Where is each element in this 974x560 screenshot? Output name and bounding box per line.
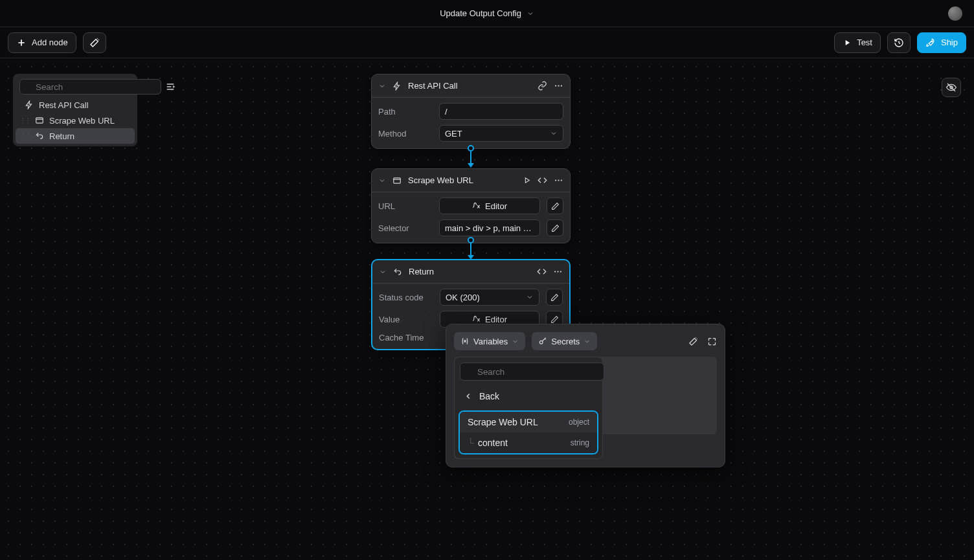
code-icon[interactable] <box>538 175 547 185</box>
svg-point-0 <box>931 41 932 41</box>
chevron-down-icon[interactable] <box>378 82 386 90</box>
magic-wand-button[interactable] <box>83 32 106 53</box>
add-node-button[interactable]: Add node <box>8 32 76 53</box>
chevron-down-icon[interactable] <box>378 177 386 185</box>
canvas[interactable]: Rest API Call ⋮⋮ Scrape Web URL ⋮⋮ Retur… <box>0 58 974 560</box>
svg-rect-2 <box>36 118 43 123</box>
pencil-icon <box>551 202 560 210</box>
chevron-down-icon <box>526 293 534 301</box>
variables-back-button[interactable]: Back <box>455 386 602 407</box>
outline-item-return[interactable]: ⋮⋮ Return <box>16 128 135 144</box>
history-button[interactable] <box>887 32 911 53</box>
variables-search-input[interactable] <box>460 363 604 381</box>
chevron-down-icon[interactable] <box>379 268 387 276</box>
svg-point-14 <box>540 341 543 344</box>
svg-point-12 <box>560 271 561 272</box>
node-header[interactable]: Rest API Call <box>372 74 570 98</box>
more-icon[interactable] <box>553 267 563 276</box>
pencil-icon <box>550 315 559 324</box>
variables-list-panel: Back Scrape Web URL object └ content str… <box>454 357 603 459</box>
edit-status-button[interactable] <box>546 289 563 306</box>
field-label-value: Value <box>379 315 433 324</box>
ship-button[interactable]: Ship <box>917 32 966 53</box>
outline-item-scrape[interactable]: ⋮⋮ Scrape Web URL <box>16 113 135 128</box>
field-label-url: URL <box>378 201 433 211</box>
variable-group-selected: Scrape Web URL object └ content string <box>459 410 598 454</box>
node-rest-api-call[interactable]: Rest API Call Path / Method GET <box>371 74 571 149</box>
outline-item-rest-api[interactable]: Rest API Call <box>16 97 135 113</box>
status-select[interactable]: OK (200) <box>440 289 539 306</box>
return-icon <box>35 131 44 140</box>
method-select[interactable]: GET <box>439 125 563 142</box>
connector <box>468 237 474 260</box>
toolbar: Add node Test Ship <box>0 27 974 58</box>
more-icon[interactable] <box>554 81 563 91</box>
more-icon[interactable] <box>554 175 563 185</box>
url-editor-button[interactable]: Editor <box>439 197 540 214</box>
plus-icon <box>16 38 27 48</box>
drag-handle-icon: ⋮⋮ <box>19 117 30 124</box>
connector <box>468 145 474 168</box>
page-title: Update Output Config <box>440 8 521 18</box>
edit-selector-button[interactable] <box>547 219 563 236</box>
node-scrape-web-url[interactable]: Scrape Web URL URL Editor Selector main … <box>371 168 571 243</box>
history-icon <box>894 38 904 48</box>
field-label-method: Method <box>378 129 433 139</box>
page-title-dropdown[interactable]: Update Output Config <box>440 8 534 18</box>
eye-off-icon <box>946 82 957 93</box>
rocket-icon <box>925 38 936 48</box>
svg-point-3 <box>555 85 556 86</box>
fx-icon <box>472 201 481 210</box>
svg-point-5 <box>561 85 562 86</box>
topbar: Update Output Config <box>0 0 974 27</box>
browser-icon <box>35 116 44 125</box>
selector-input[interactable]: main > div > p, main > … <box>439 219 540 236</box>
bolt-icon <box>25 100 34 109</box>
field-label-path: Path <box>378 107 433 117</box>
chevron-down-icon <box>512 338 519 345</box>
node-title: Rest API Call <box>408 81 458 91</box>
avatar[interactable] <box>948 6 962 21</box>
variables-dropdown[interactable]: Variables <box>454 332 525 350</box>
variable-group-row[interactable]: Scrape Web URL object <box>460 412 597 432</box>
chevron-down-icon <box>527 10 534 17</box>
play-icon[interactable] <box>523 176 531 185</box>
return-icon <box>393 267 402 276</box>
expand-icon[interactable] <box>707 337 717 346</box>
svg-point-10 <box>554 271 556 272</box>
play-icon <box>843 38 852 47</box>
variable-child-row[interactable]: └ content string <box>460 432 597 453</box>
variable-icon <box>460 337 470 346</box>
pencil-icon <box>551 224 560 232</box>
outline-panel: Rest API Call ⋮⋮ Scrape Web URL ⋮⋮ Retur… <box>13 74 137 146</box>
collapse-panel-button[interactable] <box>165 80 176 93</box>
chevron-down-icon <box>550 129 558 137</box>
outline-search-input[interactable] <box>19 79 161 95</box>
fx-icon <box>472 315 481 324</box>
node-header[interactable]: Return <box>372 260 569 284</box>
svg-point-11 <box>557 271 558 272</box>
test-button[interactable]: Test <box>834 32 881 53</box>
node-header[interactable]: Scrape Web URL <box>372 169 570 192</box>
svg-point-8 <box>558 179 559 181</box>
svg-rect-6 <box>394 177 401 183</box>
link-icon[interactable] <box>538 81 547 91</box>
key-icon <box>538 337 547 346</box>
visibility-toggle-button[interactable] <box>942 78 961 97</box>
node-title: Return <box>409 267 434 276</box>
secrets-dropdown[interactable]: Secrets <box>532 332 597 350</box>
path-input[interactable]: / <box>439 103 563 120</box>
svg-point-7 <box>555 179 556 181</box>
outline-item-label: Return <box>49 131 74 141</box>
code-icon[interactable] <box>537 267 547 276</box>
drag-handle-icon: ⋮⋮ <box>19 133 30 140</box>
browser-icon <box>392 176 402 185</box>
svg-point-4 <box>558 85 559 86</box>
edit-url-button[interactable] <box>547 197 563 214</box>
bolt-icon <box>392 82 402 91</box>
outline-item-label: Rest API Call <box>39 100 89 110</box>
field-label-status: Status code <box>379 293 433 302</box>
tree-branch-icon: └ <box>468 438 474 448</box>
wand-icon[interactable] <box>688 337 698 346</box>
chevron-down-icon <box>583 338 591 345</box>
